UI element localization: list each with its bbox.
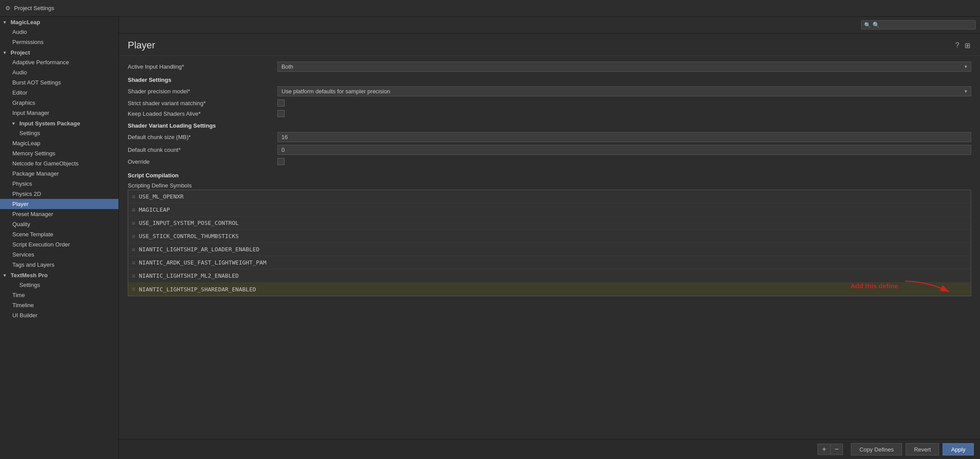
drag-handle-icon[interactable]: ≡ <box>132 272 135 279</box>
default-chunk-size-row: Default chunk size (MB)* <box>128 131 971 143</box>
keep-loaded-shaders-checkbox[interactable] <box>277 110 285 117</box>
strict-shader-label: Strict shader variant matching* <box>128 100 277 106</box>
drag-handle-icon[interactable]: ≡ <box>132 246 135 253</box>
sidebar-item-physics-2d[interactable]: Physics 2D <box>0 189 118 199</box>
drag-handle-icon[interactable]: ≡ <box>132 259 135 266</box>
sidebar-item-editor[interactable]: Editor <box>0 88 118 98</box>
default-chunk-count-label: Default chunk count* <box>128 147 277 153</box>
triangle-down-icon <box>4 50 9 55</box>
sidebar-item-settings-tmp[interactable]: Settings <box>0 280 118 290</box>
drag-handle-icon[interactable]: ≡ <box>132 220 135 227</box>
active-input-handling-row: Active Input Handling* Both ▾ <box>128 60 971 73</box>
strict-shader-checkbox[interactable] <box>277 99 285 106</box>
remove-define-button[interactable]: − <box>830 444 843 455</box>
define-row-highlighted: ≡ NIANTIC_LIGHTSHIP_SHAREDAR_ENABLED <box>128 283 971 296</box>
define-row: ≡ USE_ML_OPENXR <box>128 190 971 203</box>
sidebar-section-textmesh-pro[interactable]: TextMesh Pro <box>0 270 118 280</box>
layout-button[interactable]: ⊞ <box>964 40 971 51</box>
shader-precision-label: Shader precision model* <box>128 88 277 95</box>
window-title: Project Settings <box>14 5 54 11</box>
sidebar-item-package-manager[interactable]: Package Manager <box>0 169 118 179</box>
override-checkbox[interactable] <box>277 158 285 165</box>
sidebar-item-settings-isp[interactable]: Settings <box>0 128 118 138</box>
add-define-button[interactable]: + <box>818 444 830 455</box>
override-value <box>277 158 971 165</box>
active-input-handling-value: Both ▾ <box>277 62 971 72</box>
chevron-down-icon: ▾ <box>965 64 967 70</box>
sidebar-item-preset-manager[interactable]: Preset Manager <box>0 209 118 219</box>
sidebar-item-tags-and-layers[interactable]: Tags and Layers <box>0 260 118 270</box>
search-box[interactable]: 🔍 <box>861 20 976 29</box>
sidebar-item-input-manager[interactable]: Input Manager <box>0 108 118 118</box>
search-input[interactable] <box>873 22 973 28</box>
sidebar-item-services[interactable]: Services <box>0 250 118 260</box>
sidebar-section-label: TextMesh Pro <box>11 272 48 279</box>
sidebar-section-label: Input System Package <box>19 120 80 127</box>
active-input-handling-select[interactable]: Both ▾ <box>277 62 971 72</box>
triangle-down-icon <box>12 121 18 126</box>
define-row: ≡ NIANTIC_LIGHTSHIP_ML2_ENABLED <box>128 269 971 283</box>
drag-handle-icon[interactable]: ≡ <box>132 286 135 293</box>
chevron-down-icon: ▾ <box>965 88 967 94</box>
sidebar-item-time[interactable]: Time <box>0 290 118 300</box>
define-row: ≡ MAGICLEAP <box>128 203 971 217</box>
define-value: NIANTIC_ARDK_USE_FAST_LIGHTWEIGHT_PAM <box>139 259 266 266</box>
default-chunk-size-value <box>277 132 971 142</box>
sidebar-section-label: MagicLeap <box>11 19 40 26</box>
header-icons: ? ⊞ <box>954 40 971 51</box>
default-chunk-count-input[interactable] <box>277 145 971 155</box>
define-row: ≡ USE_STICK_CONTROL_THUMBSTICKS <box>128 230 971 243</box>
player-header: Player ? ⊞ <box>119 33 980 56</box>
define-row: ≡ NIANTIC_ARDK_USE_FAST_LIGHTWEIGHT_PAM <box>128 256 971 269</box>
sidebar-item-scene-template[interactable]: Scene Template <box>0 229 118 239</box>
sidebar-item-physics[interactable]: Physics <box>0 179 118 189</box>
define-value: NIANTIC_LIGHTSHIP_AR_LOADER_ENABLED <box>139 246 259 253</box>
define-value: USE_ML_OPENXR <box>139 193 184 200</box>
apply-button[interactable]: Apply <box>943 443 974 455</box>
default-chunk-size-label: Default chunk size (MB)* <box>128 134 277 140</box>
keep-loaded-shaders-row: Keep Loaded Shaders Alive* <box>128 108 971 119</box>
sidebar-section-magicleap[interactable]: MagicLeap <box>0 17 118 27</box>
sidebar-item-player[interactable]: Player <box>0 199 118 209</box>
default-chunk-size-input[interactable] <box>277 132 971 142</box>
revert-button[interactable]: Revert <box>906 443 939 455</box>
define-value: NIANTIC_LIGHTSHIP_SHAREDAR_ENABLED <box>139 286 256 293</box>
shader-precision-value: Use platform defaults for sampler precis… <box>277 86 971 96</box>
shader-precision-row: Shader precision model* Use platform def… <box>128 85 971 98</box>
sidebar-item-magicleap-proj[interactable]: MagicLeap <box>0 138 118 148</box>
define-value: USE_INPUT_SYSTEM_POSE_CONTROL <box>139 220 239 226</box>
drag-handle-icon[interactable]: ≡ <box>132 206 135 213</box>
page-title: Player <box>128 40 155 51</box>
define-value: USE_STICK_CONTROL_THUMBSTICKS <box>139 233 239 239</box>
override-label: Override <box>128 158 277 165</box>
sidebar-item-script-execution-order[interactable]: Script Execution Order <box>0 239 118 250</box>
sidebar-item-netcode[interactable]: Netcode for GameObjects <box>0 158 118 169</box>
sidebar-item-permissions[interactable]: Permissions <box>0 37 118 47</box>
sidebar-item-quality[interactable]: Quality <box>0 219 118 229</box>
sidebar-section-label: Project <box>11 49 30 56</box>
define-row: ≡ NIANTIC_LIGHTSHIP_AR_LOADER_ENABLED <box>128 243 971 256</box>
sidebar-item-timeline[interactable]: Timeline <box>0 300 118 310</box>
define-value: NIANTIC_LIGHTSHIP_ML2_ENABLED <box>139 272 239 279</box>
shader-precision-select[interactable]: Use platform defaults for sampler precis… <box>277 86 971 96</box>
defines-list: ≡ USE_ML_OPENXR ≡ MAGICLEAP ≡ USE_INPUT_… <box>128 190 971 296</box>
keep-loaded-shaders-label: Keep Loaded Shaders Alive* <box>128 110 277 117</box>
sidebar-item-adaptive-performance[interactable]: Adaptive Performance <box>0 57 118 67</box>
drag-handle-icon[interactable]: ≡ <box>132 193 135 200</box>
copy-defines-button[interactable]: Copy Defines <box>851 443 902 455</box>
sidebar-item-memory-settings[interactable]: Memory Settings <box>0 148 118 158</box>
default-chunk-count-row: Default chunk count* <box>128 143 971 156</box>
drag-handle-icon[interactable]: ≡ <box>132 233 135 240</box>
sidebar-item-audio-ml[interactable]: Audio <box>0 27 118 37</box>
bottom-bar: + − Copy Defines Revert Apply <box>119 439 980 459</box>
help-button[interactable]: ? <box>954 40 960 50</box>
sidebar-item-graphics[interactable]: Graphics <box>0 98 118 108</box>
sidebar-item-ui-builder[interactable]: UI Builder <box>0 310 118 320</box>
strict-shader-row: Strict shader variant matching* <box>128 98 971 108</box>
sidebar-section-project[interactable]: Project <box>0 47 118 57</box>
sidebar-item-burst-aot[interactable]: Burst AOT Settings <box>0 77 118 88</box>
sidebar-item-audio-proj[interactable]: Audio <box>0 67 118 77</box>
plus-minus-group: + − <box>817 444 843 455</box>
sidebar-section-input-system-package[interactable]: Input System Package <box>0 118 118 128</box>
defines-label: Scripting Define Symbols <box>128 180 971 190</box>
